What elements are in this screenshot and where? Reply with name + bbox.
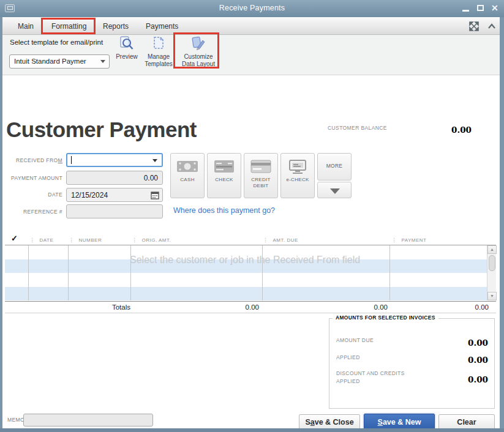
calendar-icon[interactable] bbox=[151, 191, 159, 199]
credit-debit-label: CREDIT DEBIT bbox=[244, 177, 277, 189]
manage-templates-button[interactable]: Manage Templates bbox=[141, 35, 176, 67]
received-from-label: RECEIVED FROM bbox=[0, 157, 62, 163]
minimize-button[interactable] bbox=[459, 0, 473, 17]
template-select-value: Intuit Standard Paymer bbox=[14, 58, 86, 65]
invoice-table-header: ✓ DATE NUMBER ORIG. AMT. AMT. DUE PAYMEN… bbox=[5, 235, 496, 245]
applied-label: APPLIED bbox=[336, 354, 360, 362]
cash-icon bbox=[176, 159, 199, 174]
payment-amount-input[interactable] bbox=[67, 171, 162, 184]
customer-balance-value: 0.00 bbox=[416, 125, 472, 135]
totals-amt-due: 0.00 bbox=[336, 304, 388, 311]
table-scrollbar[interactable]: ▲ ▼ bbox=[487, 245, 496, 300]
totals-row: Totals 0.00 0.00 0.00 bbox=[5, 301, 496, 313]
window-border-left bbox=[0, 17, 2, 432]
more-methods-button[interactable]: MORE bbox=[317, 153, 352, 181]
collapse-ribbon-icon[interactable] bbox=[487, 21, 497, 31]
credit-debit-button[interactable]: CREDIT DEBIT bbox=[244, 153, 278, 198]
more-methods-dropdown-button[interactable] bbox=[317, 182, 352, 198]
table-placeholder-text: Select the customer or job in the Receiv… bbox=[130, 255, 360, 266]
more-label: MORE bbox=[318, 163, 351, 169]
title-bar: Receive Payments ✕ bbox=[0, 0, 504, 17]
tab-payments[interactable]: Payments bbox=[146, 22, 178, 31]
expand-window-icon[interactable] bbox=[469, 21, 479, 31]
payment-amount-field bbox=[66, 171, 163, 185]
reference-field bbox=[66, 204, 163, 218]
ribbon-tab-bar: Main Formatting Reports Payments bbox=[2, 17, 500, 35]
column-header-orig-amt[interactable]: ORIG. AMT. bbox=[132, 237, 171, 243]
more-dropdown-arrow-icon bbox=[330, 188, 340, 194]
memo-input[interactable] bbox=[23, 414, 153, 426]
cash-button[interactable]: CASH bbox=[170, 153, 205, 198]
column-header-payment[interactable]: PAYMENT bbox=[391, 237, 426, 243]
amounts-panel-title: AMOUNTS FOR SELECTED INVOICES bbox=[333, 315, 438, 321]
totals-payment: 0.00 bbox=[437, 304, 489, 311]
dropdown-arrow-icon bbox=[100, 60, 105, 63]
amount-due-value: 0.00 bbox=[429, 338, 488, 348]
totals-orig-amt: 0.00 bbox=[207, 304, 259, 311]
credit-debit-icon bbox=[249, 159, 273, 174]
page-title: Customer Payment bbox=[6, 117, 197, 142]
column-header-date[interactable]: DATE bbox=[29, 237, 53, 243]
customize-data-layout-icon bbox=[190, 35, 206, 53]
totals-label: Totals bbox=[69, 304, 130, 311]
discount-credits-applied-value: 0.00 bbox=[429, 374, 488, 384]
preview-label: Preview bbox=[111, 53, 142, 61]
scrollbar-thumb[interactable] bbox=[489, 255, 495, 271]
check-icon bbox=[213, 159, 236, 174]
maximize-button[interactable] bbox=[474, 0, 487, 17]
table-row[interactable] bbox=[5, 287, 487, 300]
save-and-close-button[interactable]: Save & Close bbox=[299, 414, 360, 430]
reference-label: REFERENCE # bbox=[0, 209, 62, 215]
customize-data-layout-button[interactable]: Customize Data Layout bbox=[178, 35, 219, 67]
column-header-number[interactable]: NUMBER bbox=[69, 237, 102, 243]
reference-input[interactable] bbox=[67, 205, 162, 218]
tab-formatting[interactable]: Formatting bbox=[51, 22, 103, 31]
invoice-table-body[interactable] bbox=[5, 245, 487, 300]
close-button[interactable]: ✕ bbox=[489, 0, 502, 17]
preview-icon bbox=[119, 35, 135, 53]
echeck-button[interactable]: e-CHECK bbox=[280, 153, 315, 198]
receive-payments-window: Receive Payments ✕ Main Formatting Repor… bbox=[0, 0, 504, 432]
template-select-label: Select template for email/print bbox=[10, 39, 103, 46]
echeck-label: e-CHECK bbox=[281, 177, 314, 183]
formatting-toolbar: Select template for email/print Intuit S… bbox=[2, 35, 500, 75]
received-from-combobox[interactable] bbox=[66, 153, 163, 167]
window-title: Receive Payments bbox=[0, 4, 504, 12]
discount-credits-applied-label: DISCOUNT AND CREDITS APPLIED bbox=[336, 370, 405, 385]
check-label: CHECK bbox=[208, 177, 241, 183]
clear-button[interactable]: Clear bbox=[438, 414, 495, 430]
checkmark-column-icon: ✓ bbox=[11, 234, 18, 243]
scroll-up-button[interactable]: ▲ bbox=[487, 245, 497, 254]
echeck-icon bbox=[286, 159, 309, 175]
manage-templates-label: Manage Templates bbox=[141, 53, 176, 67]
date-input[interactable] bbox=[67, 188, 146, 201]
column-header-amt-due[interactable]: AMT. DUE bbox=[263, 237, 298, 243]
applied-value: 0.00 bbox=[429, 355, 488, 365]
cash-label: CASH bbox=[171, 177, 204, 183]
check-button[interactable]: CHECK bbox=[207, 153, 241, 198]
manage-templates-icon bbox=[151, 35, 167, 53]
memo-label: MEMO bbox=[7, 417, 24, 423]
date-label: DATE bbox=[0, 192, 62, 198]
amount-due-label: AMOUNT DUE bbox=[336, 337, 374, 344]
window-border-bottom bbox=[0, 428, 504, 432]
preview-button[interactable]: Preview bbox=[111, 35, 142, 61]
customize-data-layout-label: Customize Data Layout bbox=[178, 53, 219, 67]
combo-arrow-icon[interactable] bbox=[152, 159, 157, 162]
template-select[interactable]: Intuit Standard Paymer bbox=[9, 54, 110, 69]
save-and-new-button[interactable]: Save & New bbox=[364, 414, 435, 430]
customer-balance-label: CUSTOMER BALANCE bbox=[328, 125, 387, 131]
window-border-right bbox=[500, 17, 504, 432]
scroll-down-button[interactable]: ▼ bbox=[487, 292, 497, 300]
where-payment-goes-link[interactable]: Where does this payment go? bbox=[173, 206, 275, 215]
date-field bbox=[66, 188, 163, 202]
payment-amount-label: PAYMENT AMOUNT bbox=[0, 175, 62, 181]
table-row[interactable] bbox=[5, 273, 487, 287]
text-caret bbox=[71, 156, 72, 164]
